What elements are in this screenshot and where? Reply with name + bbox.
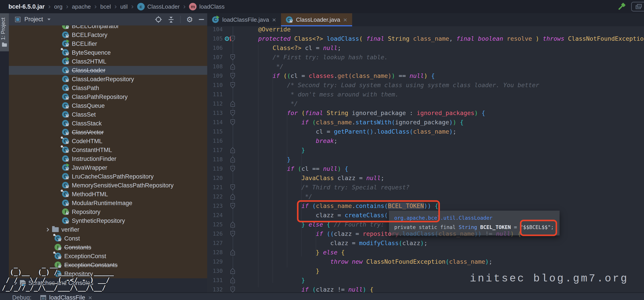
tree-item-class2html[interactable]: CClass2HTML [9,57,207,66]
tree-item-classloader[interactable]: CClassLoader [9,66,207,75]
code-line-104[interactable]: 104 @Override [207,26,644,34]
tree-item-classset[interactable]: CClassSet [9,110,207,119]
tree-item-bcelcomparator[interactable]: IBCELComparator [9,25,207,30]
fold-marker-down[interactable] [230,54,235,60]
fold-marker-up[interactable] [230,221,235,228]
tree-item-label[interactable]: CodeHTML [72,138,102,145]
fold-marker-down[interactable] [230,203,235,209]
tree-item-label[interactable]: ModularRuntimeImage [72,200,132,207]
tree-item-classloaderrepository[interactable]: CClassLoaderRepository [9,75,207,84]
fold-marker-down[interactable] [230,73,235,79]
tree-item-label[interactable]: BCELifier [72,40,97,47]
fold-marker-up[interactable] [230,147,235,153]
fold-marker-down[interactable] [230,184,235,190]
tree-item-classstack[interactable]: CClassStack [9,119,207,128]
tree-item-label[interactable]: JavaWrapper [72,164,107,171]
tree-item-bcelifier[interactable]: CBCELifier [9,39,207,48]
tree-item-label[interactable]: InstructionFinder [72,155,116,162]
code-line-105[interactable]: 105 protected Class<?> loadClass( final … [207,34,644,43]
fold-marker-down[interactable] [230,166,235,172]
debug-session-tab[interactable]: loadClassFile × [40,294,92,300]
fold-marker-down[interactable] [230,82,235,88]
tree-item-label[interactable]: verifier [62,226,79,233]
gear-icon[interactable]: ⚙ [186,16,193,23]
tree-item-const[interactable]: CConst [9,234,207,243]
code-line-122[interactable]: 122 */ [207,192,644,201]
fold-marker-down[interactable] [230,110,235,116]
tree-item-bcelfactory[interactable]: CBCELFactory [9,30,207,39]
tab-label[interactable]: loadClassFile.java [222,16,269,23]
chevron-down-icon[interactable] [48,18,50,20]
panel-title[interactable]: Project [24,16,43,23]
code-line-121[interactable]: 121 /* Third try: Special request? [207,183,644,192]
tree-item-repository[interactable]: IRepository [9,207,207,216]
tree-item-constanthtml[interactable]: CConstantHTML [9,146,207,154]
tree-item-exceptionconst[interactable]: CExceptionConst [9,252,207,261]
breadcrumb-item[interactable]: cClassLoader [137,3,180,10]
tree-item-syntheticrepository[interactable]: CSyntheticRepository [9,216,207,225]
tab-label[interactable]: ClassLoader.java [296,16,340,23]
editor-preview-button[interactable] [631,2,644,11]
project-stripe-label[interactable]: 1: Project [0,15,9,42]
tree-item-bytesequence[interactable]: CByteSequence [9,48,207,57]
tree-item-label[interactable]: ClassVector [72,129,104,136]
tree-item-label[interactable]: BCELComparator [72,25,119,30]
tree-item-label[interactable]: ClassLoader [72,67,106,74]
tree-item-codehtml[interactable]: CCodeHTML [9,137,207,146]
fold-marker-up[interactable] [230,249,235,256]
tree-item-label[interactable]: BCELFactory [72,32,108,38]
fold-marker-up[interactable] [230,277,235,284]
fold-marker-down[interactable] [230,231,235,237]
tree-item-label[interactable]: ExceptionConst [64,253,106,260]
tree-item-verifier[interactable]: verifier [9,225,207,234]
tree-item-classpath[interactable]: CClassPath [9,84,207,93]
breadcrumb-item[interactable]: mloadClass [189,3,224,10]
tree-item-label[interactable]: ClassLoaderRepository [72,76,134,83]
tree-item-label[interactable]: SyntheticRepository [72,217,125,224]
tree-item-javawrapper[interactable]: CJavaWrapper [9,163,207,172]
code-line-109[interactable]: 109 if ((cl = classes.get(class_name)) =… [207,71,644,81]
tree-item-label[interactable]: Const [64,235,80,242]
code-line-112[interactable]: 112 */ [207,99,644,108]
breadcrumb-item[interactable]: apache [72,3,91,10]
tree-item-label[interactable]: LruCacheClassPathRepository [72,173,154,180]
code-line-113[interactable]: 113 for (final String ignored_package : … [207,108,644,118]
tree-item-label[interactable]: Class2HTML [72,58,106,65]
locate-icon[interactable] [155,16,162,23]
tree-item-constants[interactable]: IConstants [9,243,207,252]
code-line-132[interactable]: 132 if (clazz != null) { [207,285,644,293]
fold-marker-up[interactable] [230,156,235,163]
tree-item-methodhtml[interactable]: CMethodHTML [9,190,207,199]
fold-marker-up[interactable] [230,268,235,274]
code-line-107[interactable]: 107 /* First try: lookup hash table. [207,53,644,62]
tree-item-lrucacheclasspathrepository[interactable]: CLruCacheClassPathRepository [9,172,207,181]
code-line-114[interactable]: 114 if (class_name.startsWith(ignored_pa… [207,118,644,127]
close-icon[interactable]: × [88,295,92,300]
tree-item-classvector[interactable]: CClassVector [9,128,207,137]
hide-panel-icon[interactable] [199,19,204,20]
code-line-126[interactable]: 126 if ((clazz = repository.loadClass(cl… [207,229,644,239]
code-line-111[interactable]: 111 * don't mess around with them. [207,90,644,99]
tree-item-label[interactable]: MethodHTML [72,191,108,198]
code-line-129[interactable]: 129 throw new ClassNotFoundException(cla… [207,257,644,266]
close-icon[interactable]: × [343,16,347,23]
tree-item-modularruntimeimage[interactable]: CModularRuntimeImage [9,199,207,207]
fold-marker-down[interactable] [230,119,235,126]
tree-item-label[interactable]: ClassSet [72,111,96,118]
tree-item-label[interactable]: Constants [64,244,91,251]
tree-item-instructionfinder[interactable]: CInstructionFinder [9,154,207,163]
breadcrumb-item[interactable]: org [54,3,62,10]
code-line-115[interactable]: 115 cl = getParent().loadClass(class_nam… [207,127,644,136]
editor-tab-loadclassfile-java[interactable]: CloadClassFile.java× [207,13,281,26]
fold-marker-up[interactable] [230,63,235,70]
code-line-120[interactable]: 120 JavaClass clazz = null; [207,173,644,183]
tree-item-label[interactable]: ClassPathRepository [72,94,128,100]
tree-item-label[interactable]: ConstantHTML [72,147,112,153]
code-line-119[interactable]: 119 if (cl == null) { [207,164,644,173]
code-line-117[interactable]: 117 } [207,146,644,155]
editor-tab-classloader-java[interactable]: CClassLoader.java× [281,13,352,26]
code-line-128[interactable]: 128 } else { [207,248,644,257]
breadcrumb-item[interactable]: bcel [100,3,111,10]
tree-item-label[interactable]: ClassPath [72,85,99,92]
chevron-right-icon[interactable] [46,228,49,232]
